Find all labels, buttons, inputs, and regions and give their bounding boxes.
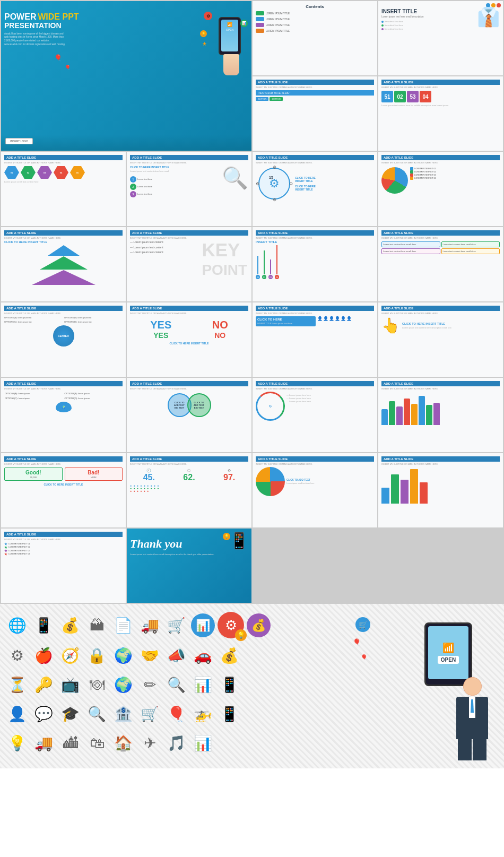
slide-5[interactable]: ADD A TITLE SLIDE INSERT MY SUBTITLE OR …	[378, 76, 503, 151]
truck2-icon: 🚚	[32, 731, 56, 755]
slide-14-flower[interactable]: ADD A TITLE SLIDE INSERT MY SUBTITLE OR …	[1, 302, 126, 377]
slide-24-header: ADD A TITLE SLIDE	[256, 456, 374, 462]
money2-icon: 💰	[218, 644, 241, 668]
apple-icon: 🍎	[32, 644, 56, 668]
icon-row-1: 🌐 📱 💰 🏔 📄 🚚 🛒 📊 ⚙ 💡 💰	[5, 612, 350, 638]
slide-15-yesno[interactable]: ADD A TITLE SLIDE INSERT MY SUBTITLE OR …	[127, 302, 251, 377]
chart2-icon: 📊	[191, 673, 215, 697]
slide-21-barchart[interactable]: ADD A TITLE SLIDE INSERT MY SUBTITLE OR …	[378, 378, 503, 452]
globe-icon: 🌐	[5, 613, 29, 637]
slide-27-thankyou[interactable]: Thank you Lorem ipsum text content here …	[127, 529, 251, 603]
slide-2-contents[interactable]: Contents LOREM IPSUM TITLE LOREM IPSUM T…	[253, 1, 377, 75]
thankyou-phone: 📱	[229, 531, 249, 550]
chart3-icon: 📊	[191, 731, 215, 755]
insert-title-12: INSERT TITLE	[256, 240, 374, 244]
slide-18-map[interactable]: ADD A TITLE SLIDE INSERT MY SUBTITLE OR …	[1, 378, 126, 452]
slide-4[interactable]: ADD A TITLE SLIDE INSERT MY SUBTITLE OR …	[253, 76, 377, 151]
chat-icon: 💬	[32, 702, 56, 726]
slide-4-buttons: BUTTON BUTTON	[256, 97, 374, 101]
grad-icon: 🎓	[58, 702, 82, 726]
slide-26-header: ADD A TITLE SLIDE	[4, 532, 123, 537]
slide-3-insert-title[interactable]: INSERT TITLE Lorem ipsum text here small…	[378, 1, 503, 75]
bank-icon: 🏦	[111, 702, 135, 726]
bar-chart-21	[381, 394, 500, 426]
heart-diagram: CLICK TOADD TEXTBIG TEXT CLICK TOADD TEX…	[130, 393, 248, 417]
timeline-chart: 01 02 03 04	[256, 245, 374, 279]
slide-10-triangles[interactable]: ADD A TITLE SLIDE INSERT MY SUBTITLE OR …	[1, 227, 126, 301]
phone-graphic: 📶 OPEN ⚙ 📊 💡 ★	[206, 17, 244, 75]
slide-9-pie[interactable]: ADD A TITLE SLIDE INSERT MY SUBTITLE OR …	[378, 152, 503, 226]
plane-icon: ✈	[138, 731, 162, 755]
magnify-content: 🔍 CLICK TO HERE INSERT TITLE Lorem ipsum…	[130, 166, 248, 197]
slide-12-header: ADD A TITLE SLIDE	[256, 230, 374, 236]
key-point: KEYPOINT — Lorem ipsum text content — Lo…	[130, 240, 248, 255]
key-icon: 🔑	[32, 673, 56, 697]
slide-16-header: ADD A TITLE SLIDE	[256, 306, 374, 311]
star-content: LOREM INTERNET 01 LOREM INTERNET 02 LORE…	[4, 542, 123, 556]
house-icon: 🏠	[111, 731, 135, 755]
mountain-icon: 🏔	[85, 613, 109, 637]
pie-content: LOREM INTERNET 01 LOREM INTERNET 02 LORE…	[381, 165, 500, 194]
person-icon: 👤	[5, 702, 29, 726]
hand-content: 👆 CLICK TO HERE INSERT TITLE Lorem ipsum…	[381, 317, 500, 334]
slide-19-heart[interactable]: ADD A TITLE SLIDE INSERT MY SUBTITLE OR …	[127, 378, 251, 452]
slide-13-bubbles[interactable]: ADD A TITLE SLIDE INSERT MY SUBTITLE OR …	[378, 227, 503, 301]
phone-icon: 📱	[32, 613, 56, 637]
people-content: CLICK TO HERE INSERT TITLE lorem ipsum t…	[256, 316, 374, 326]
slide-20-header: ADD A TITLE SLIDE	[256, 381, 374, 386]
slide-11-header: ADD A TITLE SLIDE	[130, 230, 248, 236]
insert-logo-btn[interactable]: INSERT LOGO	[5, 138, 33, 144]
title-power: POWER	[4, 12, 36, 21]
slide-21-header: ADD A TITLE SLIDE	[381, 381, 500, 386]
slide-25-tallbars[interactable]: ADD A TITLE SLIDE INSERT MY SUBTITLE OR …	[378, 453, 503, 527]
slide-26-star[interactable]: ADD A TITLE SLIDE INSERT MY SUBTITLE OR …	[1, 529, 126, 603]
hourglass-icon: ⏳	[5, 673, 29, 697]
world-icon: 🌍	[111, 644, 135, 668]
pencil-icon: ✏	[138, 673, 162, 697]
lock-icon: 🔒	[85, 644, 109, 668]
slide-8-header: ADD A TITLE SLIDE	[256, 155, 374, 160]
cart-icon: 🛒	[138, 702, 162, 726]
slide-17-hand[interactable]: ADD A TITLE SLIDE INSERT MY SUBTITLE OR …	[378, 302, 503, 377]
map-options: OPTIONS(A): lorem ipsum OPTIONS(B): lore…	[4, 392, 123, 400]
gears-content: ⚙ ⚙ ⚙ ⚙ ⚙ 15 CLICK TO HEREINSERT TITLE C…	[256, 165, 374, 202]
earth-icon: 🌍	[111, 673, 135, 697]
slide-22-goodbad[interactable]: ADD A TITLE SLIDE INSERT MY SUBTITLE OR …	[1, 453, 126, 527]
goodbad-content: Good! 20,000 Bad! NOW!	[4, 468, 123, 481]
slide-23-stats[interactable]: ADD A TITLE SLIDE INSERT MY SUBTITLE OR …	[127, 453, 251, 527]
bubble-grid: Lorem text content here small desc Lorem…	[381, 241, 500, 254]
number-boxes: 51 02 53 04	[381, 91, 500, 102]
darkpie-content: CLICK TO ADD TEXT Lorem ipsum small text…	[256, 467, 374, 496]
tablet-icon: 📱	[218, 702, 241, 726]
music-icon: 🎵	[164, 731, 188, 755]
click-title: CLICK TO HERE INSERT TITLE	[4, 240, 123, 244]
shopping-icon: 🛍	[85, 731, 109, 755]
slide-12-timeline[interactable]: ADD A TITLE SLIDE INSERT MY SUBTITLE OR …	[253, 227, 377, 301]
slide-14-header: ADD A TITLE SLIDE	[4, 306, 123, 311]
slide-11-key[interactable]: ADD A TITLE SLIDE INSERT MY SUBTITLE OR …	[127, 227, 251, 301]
slide-18-header: ADD A TITLE SLIDE	[4, 381, 123, 386]
balloon1: 🎈	[54, 54, 62, 62]
icon-row-2: ⚙ 🍎 🧭 🔒 🌍 🤝 📣 🚗 💰	[5, 644, 350, 668]
slide-16-people[interactable]: ADD A TITLE SLIDE INSERT MY SUBTITLE OR …	[253, 302, 377, 377]
megaphone-icon: 📣	[164, 644, 188, 668]
compass-icon: 🧭	[58, 644, 82, 668]
gear-gray-icon: ⚙	[5, 644, 29, 668]
basket-icon: 🛒	[164, 613, 188, 637]
slide-20-circular[interactable]: ADD A TITLE SLIDE INSERT MY SUBTITLE OR …	[253, 378, 377, 452]
contents-items: LOREM IPSUM TITLE LOREM IPSUM TITLE LORE…	[256, 11, 374, 33]
slide-13-header: ADD A TITLE SLIDE	[381, 230, 500, 236]
stats-content: 🕐 45. ⬡ 62. ♻ 97.	[130, 469, 248, 482]
heli-icon: 🚁	[191, 702, 215, 726]
slide-grid: POWER WIDE PPT PRESENTATION Asadul has b…	[0, 0, 504, 604]
slide-1-hero[interactable]: POWER WIDE PPT PRESENTATION Asadul has b…	[1, 1, 251, 151]
slide-23-header: ADD A TITLE SLIDE	[130, 456, 248, 462]
icon-row-5: 💡 🚚 🏙 🛍 🏠 ✈ 🎵 📊	[5, 731, 350, 755]
icon-row-3: ⏳ 🔑 📺 🍽 🌍 ✏ 🔍 📊 📱	[5, 673, 350, 697]
slide-24-darkpie[interactable]: ADD A TITLE SLIDE INSERT MY SUBTITLE OR …	[253, 453, 377, 527]
slide-8-gears[interactable]: ADD A TITLE SLIDE INSERT MY SUBTITLE OR …	[253, 152, 377, 226]
slide-7-magnify[interactable]: ADD A TITLE SLIDE INSERT MY SUBTITLE OR …	[127, 152, 251, 226]
slide-6-hexagons[interactable]: ADD A TITLE SLIDE INSERT MY SUBTITLE OR …	[1, 152, 126, 226]
mobile-icon: 📱	[218, 673, 241, 697]
options-grid: OPTIONS(A): lorem ipsum text OPTIONS(B):…	[4, 316, 123, 323]
